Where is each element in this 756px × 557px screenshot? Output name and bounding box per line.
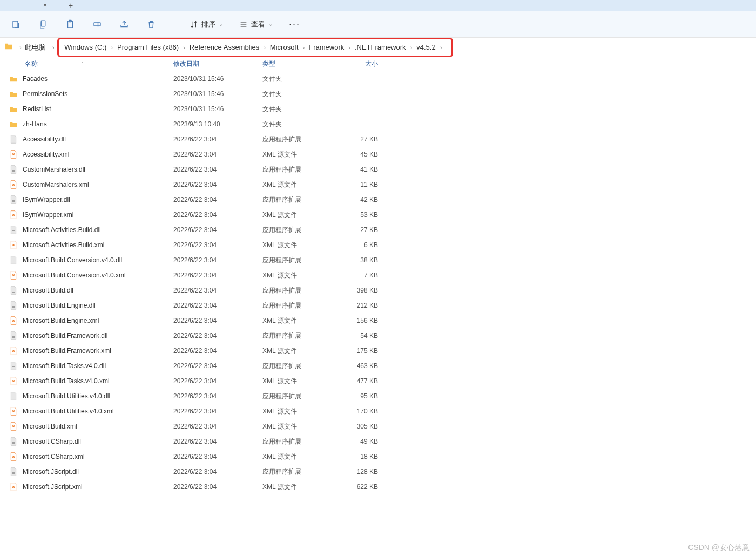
file-list: Facades2023/10/31 15:46文件夹PermissionSets… [0,71,756,494]
file-name: ISymWrapper.xml [23,211,73,219]
file-row[interactable]: Microsoft.CSharp.dll2022/6/22 3:04应用程序扩展… [0,434,756,449]
file-row[interactable]: Microsoft.Build.Conversion.v4.0.xml2022/… [0,268,756,283]
breadcrumb-item[interactable]: .NETFramework [355,43,406,51]
file-row[interactable]: Facades2023/10/31 15:46文件夹 [0,71,756,86]
view-label: 查看 [251,19,265,29]
file-date: 2022/6/22 3:04 [173,407,262,415]
file-name: Microsoft.Build.xml [23,423,77,430]
header-date[interactable]: 修改日期 [173,59,262,69]
file-row[interactable]: Accessibility.xml2022/6/22 3:04XML 源文件45… [0,147,756,162]
file-date: 2022/6/22 3:04 [173,332,262,339]
file-size: 156 KB [337,317,381,324]
file-date: 2022/6/22 3:04 [173,423,262,430]
file-row[interactable]: CustomMarshalers.xml2022/6/22 3:04XML 源文… [0,177,756,192]
breadcrumb-root[interactable]: 此电脑 [25,43,46,52]
file-type: XML 源文件 [262,271,337,280]
file-row[interactable]: Microsoft.Build.xml2022/6/22 3:04XML 源文件… [0,419,756,434]
new-icon[interactable] [11,19,22,30]
file-date: 2022/6/22 3:04 [173,347,262,355]
file-type: XML 源文件 [262,347,337,356]
chevron-right-icon: › [264,44,266,51]
file-size: 38 KB [337,256,381,264]
chevron-down-icon: ⌄ [268,21,273,27]
breadcrumb-item[interactable]: Framework [309,43,344,51]
file-row[interactable]: PermissionSets2023/10/31 15:46文件夹 [0,86,756,101]
file-size: 54 KB [337,332,381,339]
file-row[interactable]: CustomMarshalers.dll2022/6/22 3:04应用程序扩展… [0,162,756,177]
header-type[interactable]: 类型 [262,59,337,69]
file-date: 2022/6/22 3:04 [173,135,262,143]
add-tab-button[interactable]: + [69,1,73,10]
chevron-right-icon[interactable]: › [19,44,22,51]
xml-icon [9,240,18,250]
file-row[interactable]: RedistList2023/10/31 15:46文件夹 [0,101,756,117]
delete-icon[interactable] [146,19,157,30]
breadcrumb-item[interactable]: v4.5.2 [416,43,435,51]
file-row[interactable]: Microsoft.Activities.Build.dll2022/6/22 … [0,222,756,237]
file-row[interactable]: Microsoft.JScript.dll2022/6/22 3:04应用程序扩… [0,464,756,479]
header-size[interactable]: 大小 [337,59,381,69]
rename-icon[interactable] [92,19,103,30]
folder-icon [9,89,18,99]
file-type: 应用程序扩展 [262,286,337,295]
file-row[interactable]: Microsoft.Build.Engine.xml2022/6/22 3:04… [0,313,756,328]
svg-rect-4 [94,23,100,26]
file-row[interactable]: Accessibility.dll2022/6/22 3:04应用程序扩展27 … [0,132,756,147]
file-row[interactable]: zh-Hans2023/9/13 10:40文件夹 [0,117,756,132]
file-type: 应用程序扩展 [262,331,337,341]
file-row[interactable]: Microsoft.Build.Tasks.v4.0.xml2022/6/22 … [0,373,756,389]
file-date: 2022/6/22 3:04 [173,453,262,460]
file-type: XML 源文件 [262,452,337,461]
file-type: 应用程序扩展 [262,165,337,174]
file-date: 2022/6/22 3:04 [173,362,262,370]
file-row[interactable]: Microsoft.JScript.xml2022/6/22 3:04XML 源… [0,479,756,494]
header-name[interactable]: 名称˄ [9,59,173,69]
file-date: 2022/6/22 3:04 [173,377,262,385]
chevron-right-icon: › [410,44,413,51]
file-row[interactable]: Microsoft.Build.Engine.dll2022/6/22 3:04… [0,298,756,313]
file-name: CustomMarshalers.dll [23,166,85,173]
view-button[interactable]: 查看 ⌄ [239,19,273,29]
file-row[interactable]: Microsoft.Build.Utilities.v4.0.xml2022/6… [0,404,756,419]
sort-button[interactable]: 排序 ⌄ [190,19,223,29]
more-button[interactable]: ··· [289,18,300,30]
file-date: 2023/10/31 15:46 [173,105,262,113]
file-row[interactable]: Microsoft.CSharp.xml2022/6/22 3:04XML 源文… [0,449,756,464]
file-size: 305 KB [337,423,381,430]
copy-icon[interactable] [38,19,49,30]
file-row[interactable]: Microsoft.Build.Utilities.v4.0.dll2022/6… [0,389,756,404]
file-size: 45 KB [337,151,381,158]
tab[interactable]: × [27,0,52,11]
file-row[interactable]: Microsoft.Build.dll2022/6/22 3:04应用程序扩展3… [0,283,756,298]
file-row[interactable]: Microsoft.Build.Tasks.v4.0.dll2022/6/22 … [0,358,756,373]
chevron-right-icon: › [440,44,442,51]
file-name: Microsoft.Build.Engine.dll [23,302,96,309]
file-type: 文件夹 [262,105,337,114]
file-type: 应用程序扩展 [262,392,337,401]
file-size: 212 KB [337,302,381,309]
paste-icon[interactable] [65,19,76,30]
breadcrumb-item[interactable]: Windows (C:) [64,43,106,51]
file-row[interactable]: ISymWrapper.dll2022/6/22 3:04应用程序扩展42 KB [0,192,756,207]
file-name: Microsoft.Build.Framework.xml [23,347,111,355]
breadcrumb-item[interactable]: Microsoft [270,43,299,51]
file-row[interactable]: Microsoft.Build.Conversion.v4.0.dll2022/… [0,253,756,268]
file-type: 应用程序扩展 [262,226,337,235]
dll-icon [9,467,18,477]
breadcrumb-item[interactable]: Reference Assemblies [190,43,259,51]
file-row[interactable]: Microsoft.Build.Framework.dll2022/6/22 3… [0,328,756,343]
breadcrumb-item[interactable]: Program Files (x86) [117,43,179,51]
file-name: Accessibility.xml [23,151,69,158]
file-size: 175 KB [337,347,381,355]
share-icon[interactable] [119,19,130,30]
file-size: 53 KB [337,211,381,219]
file-name: Microsoft.JScript.xml [23,483,83,491]
file-size: 170 KB [337,407,381,415]
close-icon[interactable]: × [43,2,47,9]
file-row[interactable]: Microsoft.Activities.Build.xml2022/6/22 … [0,237,756,253]
file-size: 398 KB [337,287,381,294]
file-row[interactable]: ISymWrapper.xml2022/6/22 3:04XML 源文件53 K… [0,207,756,222]
file-size: 95 KB [337,392,381,400]
xml-icon [9,376,18,386]
file-row[interactable]: Microsoft.Build.Framework.xml2022/6/22 3… [0,343,756,358]
